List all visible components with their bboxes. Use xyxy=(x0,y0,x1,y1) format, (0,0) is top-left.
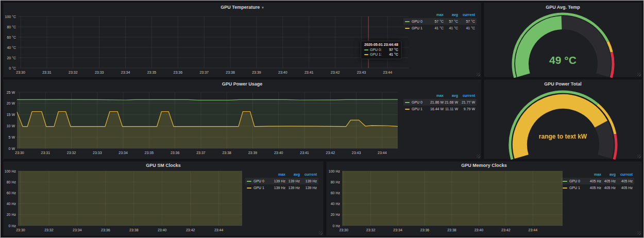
panel-resize-handle[interactable] xyxy=(477,73,480,76)
legend-series-value: 41 °C xyxy=(444,26,458,30)
svg-text:100 Hz: 100 Hz xyxy=(329,169,341,173)
svg-text:23:38: 23:38 xyxy=(226,71,235,74)
legend-series-row: GPU 0405 Hz405 Hz405 Hz xyxy=(561,178,634,184)
svg-text:10 W: 10 W xyxy=(7,124,15,128)
svg-text:23:30: 23:30 xyxy=(16,71,25,74)
legend-series-value: 57 °C xyxy=(429,20,444,23)
svg-text:40 Hz: 40 Hz xyxy=(7,202,16,206)
panel-title-gpu-temperature[interactable]: GPU Temperature ▾ xyxy=(4,3,481,11)
legend-series-value: 139 Hz xyxy=(300,186,317,190)
panel-gpu-power-total: GPU Power Total range to text kW xyxy=(484,79,642,159)
legend-series-value: 139 Hz xyxy=(300,179,317,183)
svg-text:60 Hz: 60 Hz xyxy=(331,191,341,195)
legend-col-avg[interactable]: avg xyxy=(601,173,616,176)
panel-resize-handle[interactable] xyxy=(477,155,480,158)
legend-series-name[interactable]: GPU 0 xyxy=(412,20,429,23)
svg-text:20 Hz: 20 Hz xyxy=(331,213,341,216)
series-dash-icon xyxy=(405,28,410,29)
legend-series-name[interactable]: GPU 0 xyxy=(412,100,429,104)
svg-text:20 °C: 20 °C xyxy=(7,56,16,60)
panel-resize-handle[interactable] xyxy=(637,231,641,235)
panel-title-text: GPU Memory Clocks xyxy=(461,163,507,168)
panel-resize-handle[interactable] xyxy=(319,231,323,235)
panel-gpu-memory-clocks: GPU Memory Clocks 0 Hz20 Hz40 Hz60 Hz80 … xyxy=(326,161,642,236)
svg-text:23:32: 23:32 xyxy=(44,228,54,232)
gpu-memory-clocks-legend: maxavgcurrentGPU 0405 Hz405 Hz405 HzGPU … xyxy=(561,171,634,191)
svg-text:40 °C: 40 °C xyxy=(7,46,16,49)
legend-series-value: 405 Hz xyxy=(601,179,616,183)
gpu-power-total-gauge xyxy=(484,87,642,160)
series-dash-icon xyxy=(364,49,368,50)
svg-text:0 Hz: 0 Hz xyxy=(333,224,341,228)
svg-text:23:40: 23:40 xyxy=(278,71,287,74)
svg-text:23:42: 23:42 xyxy=(326,151,335,155)
svg-text:23:36: 23:36 xyxy=(101,228,110,232)
svg-text:23:38: 23:38 xyxy=(447,228,456,232)
svg-text:23:39: 23:39 xyxy=(252,71,261,74)
legend-series-name[interactable]: GPU 1 xyxy=(412,26,429,30)
legend-series-name[interactable]: GPU 0 xyxy=(569,179,587,183)
panel-title-text: GPU Avg. Temp xyxy=(546,5,580,10)
svg-text:100 °C: 100 °C xyxy=(5,15,16,19)
legend-series-row: GPU 1405 Hz405 Hz405 Hz xyxy=(561,184,634,191)
legend-col-avg[interactable]: avg xyxy=(444,13,458,16)
legend-header-row: maxavgcurrent xyxy=(403,11,477,18)
legend-series-name[interactable]: GPU 1 xyxy=(412,107,429,111)
svg-text:80 Hz: 80 Hz xyxy=(331,180,341,184)
svg-text:23:32: 23:32 xyxy=(69,71,78,74)
svg-text:23:40: 23:40 xyxy=(274,151,283,155)
legend-col-max[interactable]: max xyxy=(429,94,444,97)
legend-series-row: GPU 141 °C41 °C41 °C xyxy=(403,25,477,31)
legend-col-max[interactable]: max xyxy=(271,173,285,176)
legend-col-avg[interactable]: avg xyxy=(444,94,458,97)
svg-text:60 °C: 60 °C xyxy=(7,36,16,39)
legend-col-avg[interactable]: avg xyxy=(285,173,300,176)
svg-text:23:39: 23:39 xyxy=(248,151,258,155)
svg-text:23:40: 23:40 xyxy=(158,228,167,232)
svg-text:23:32: 23:32 xyxy=(366,228,376,232)
panel-title-gpu-power-usage[interactable]: GPU Power Usage xyxy=(4,80,481,88)
panel-title-text: GPU Power Total xyxy=(544,81,581,87)
svg-text:23:44: 23:44 xyxy=(529,228,538,232)
svg-text:100 Hz: 100 Hz xyxy=(5,169,16,173)
gpu-temperature-legend: maxavgcurrentGPU 057 °C57 °C57 °CGPU 141… xyxy=(403,11,477,31)
svg-text:23:36: 23:36 xyxy=(171,151,180,155)
svg-text:23:30: 23:30 xyxy=(339,228,348,232)
legend-series-row: GPU 116.44 W11.11 W9.79 W xyxy=(403,106,477,112)
legend-series-name[interactable]: GPU 1 xyxy=(253,186,271,190)
legend-series-name[interactable]: GPU 0 xyxy=(253,179,271,183)
series-dash-icon xyxy=(405,109,410,110)
panel-resize-handle[interactable] xyxy=(637,155,641,158)
series-dash-icon xyxy=(247,181,251,182)
legend-series-value: 41 °C xyxy=(458,26,475,30)
svg-text:23:43: 23:43 xyxy=(357,71,366,74)
legend-col-current[interactable]: current xyxy=(616,173,633,176)
legend-col-current[interactable]: current xyxy=(458,94,475,97)
legend-series-name[interactable]: GPU 1 xyxy=(569,186,587,190)
legend-series-row: GPU 0139 Hz139 Hz139 Hz xyxy=(245,178,318,184)
legend-col-current[interactable]: current xyxy=(458,13,475,16)
legend-header-row: maxavgcurrent xyxy=(561,171,634,178)
legend-col-current[interactable]: current xyxy=(300,173,317,176)
svg-text:23:42: 23:42 xyxy=(186,228,195,232)
svg-text:23:35: 23:35 xyxy=(145,151,154,155)
svg-text:23:36: 23:36 xyxy=(174,71,183,74)
legend-series-value: 16.44 W xyxy=(429,107,444,111)
svg-text:40 Hz: 40 Hz xyxy=(331,202,341,206)
panel-title-gpu-sm-clocks[interactable]: GPU SM Clocks xyxy=(4,162,323,169)
legend-col-max[interactable]: max xyxy=(429,13,444,16)
panel-title-text: GPU SM Clocks xyxy=(146,163,181,168)
svg-text:23:38: 23:38 xyxy=(129,228,139,232)
svg-text:23:44: 23:44 xyxy=(378,151,387,155)
panel-title-gpu-memory-clocks[interactable]: GPU Memory Clocks xyxy=(327,162,641,169)
gauge-value: 49 °C xyxy=(484,54,641,66)
legend-series-value: 21.86 W xyxy=(429,100,444,104)
legend-col-max[interactable]: max xyxy=(587,173,601,176)
panel-gpu-temperature: GPU Temperature ▾ 0 °C20 °C40 °C60 °C80 … xyxy=(3,3,481,77)
tooltip-timestamp: 2020-05-01 23:44:48 xyxy=(364,43,398,46)
legend-series-value: 139 Hz xyxy=(285,179,300,183)
svg-text:23:37: 23:37 xyxy=(196,151,206,155)
tooltip-series-value: 57 °C xyxy=(385,48,398,52)
gpu-power-usage-legend: maxavgcurrentGPU 021.86 W21.68 W21.77 WG… xyxy=(403,92,477,112)
panel-resize-handle[interactable] xyxy=(637,73,641,76)
